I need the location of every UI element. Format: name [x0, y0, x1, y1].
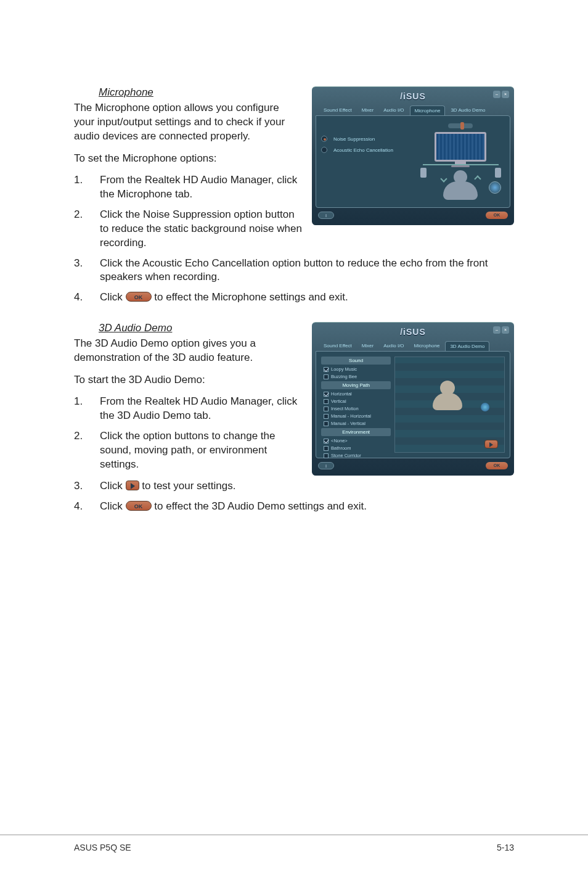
info-button[interactable]: i [318, 212, 334, 219]
demo-panel: /iSUS – × Sound Effect Mixer Audio I/O M… [312, 322, 514, 476]
info-button[interactable]: i [318, 462, 334, 469]
demo-step-4: Click OK to effect the 3D Audio Demo set… [74, 500, 518, 514]
tab-mixer[interactable]: Mixer [357, 105, 378, 115]
path-group-head: Moving Path [321, 381, 391, 389]
close-button[interactable]: × [502, 91, 509, 98]
env-none-chk[interactable] [324, 439, 329, 444]
env-stone-chk[interactable] [324, 453, 329, 458]
path-manh-chk[interactable] [324, 414, 329, 419]
panel-ok-button[interactable]: OK [486, 212, 508, 219]
speaker-left-icon [420, 168, 427, 178]
env-stone-label: Stone Corridor [331, 453, 361, 458]
sound-loopy-label: Loopy Music [331, 366, 357, 372]
demo-step-3: Click to test your settings. [74, 479, 518, 493]
env-group-head: Environment [321, 428, 391, 436]
tab-audio-io[interactable]: Audio I/O [379, 341, 408, 351]
echo-cancel-label: Acoustic Echo Cancellation [333, 147, 393, 153]
mic-step-3: Click the Acoustic Echo Cancellation opt… [74, 257, 518, 285]
close-button[interactable]: × [502, 326, 509, 334]
asus-logo: /iSUS [400, 91, 426, 101]
mic-step-1: From the Realtek HD Audio Manager, click… [74, 173, 302, 202]
tab-3d-audio-demo[interactable]: 3D Audio Demo [446, 105, 489, 115]
panel-ok-button[interactable]: OK [486, 462, 508, 469]
footer-right: 5-13 [497, 843, 514, 852]
mic-intro: The Microphone option allows you configu… [74, 101, 302, 144]
minimize-button[interactable]: – [493, 326, 500, 334]
speaker-right-icon [495, 168, 501, 178]
path-insect-label: Insect Motion [331, 406, 359, 411]
path-horiz-chk[interactable] [324, 392, 329, 397]
demo-3d-canvas [394, 357, 505, 453]
path-horiz-label: Horizontal [331, 391, 352, 397]
noise-suppression-radio[interactable] [321, 136, 327, 142]
mic-panel: /iSUS – × Sound Effect Mixer Audio I/O M… [312, 86, 514, 225]
env-bath-label: Bathroom [331, 445, 351, 451]
sound-source-icon[interactable] [481, 403, 489, 411]
demo-tabbar: Sound Effect Mixer Audio I/O Microphone … [316, 341, 510, 351]
path-insect-chk[interactable] [324, 406, 329, 411]
asus-logo: /iSUS [400, 327, 426, 337]
tab-microphone[interactable]: Microphone [410, 105, 446, 115]
mic-step-2: Click the Noise Suppression option butto… [74, 208, 302, 250]
demo-lead: To start the 3D Audio Demo: [74, 374, 302, 386]
minimize-button[interactable]: – [493, 91, 500, 98]
sound-bee-label: Buzzing Bee [331, 374, 357, 379]
mic-step-4: Click OK to effect the Microphone settin… [74, 291, 518, 305]
tab-microphone[interactable]: Microphone [410, 341, 444, 351]
sound-bee-chk[interactable] [324, 374, 329, 379]
demo-intro: The 3D Audio Demo option gives you a dem… [74, 337, 302, 365]
echo-cancel-radio[interactable] [321, 147, 327, 153]
env-bath-chk[interactable] [324, 446, 329, 451]
avatar-icon [433, 381, 462, 410]
page-footer: ASUS P5Q SE 5-13 [0, 835, 588, 852]
inline-ok-icon: OK [126, 292, 152, 302]
person-icon [442, 170, 479, 200]
sound-group-head: Sound [321, 357, 391, 365]
sound-loopy-chk[interactable] [324, 367, 329, 372]
tab-3d-audio-demo[interactable]: 3D Audio Demo [445, 341, 489, 351]
tab-sound-effect[interactable]: Sound Effect [319, 341, 356, 351]
demo-play-button[interactable] [484, 440, 498, 448]
mic-lead: To set the Microphone options: [74, 152, 302, 165]
demo-step-1: From the Realtek HD Audio Manager, click… [74, 395, 302, 423]
inline-ok-icon: OK [126, 501, 152, 511]
tab-mixer[interactable]: Mixer [357, 341, 378, 351]
env-none-label: <None> [331, 438, 348, 444]
tab-audio-io[interactable]: Audio I/O [379, 105, 408, 115]
demo-step-2: Click the option buttons to change the s… [74, 429, 302, 472]
path-vert-chk[interactable] [324, 399, 329, 404]
inline-play-icon [126, 481, 139, 490]
globe-icon[interactable] [489, 181, 501, 194]
noise-suppression-label: Noise Suppression [333, 136, 375, 142]
path-manv-label: Manual - Vertical [331, 421, 365, 426]
footer-left: ASUS P5Q SE [74, 843, 131, 852]
path-vert-label: Vertical [331, 398, 346, 404]
path-manh-label: Manual - Horizontal [331, 413, 371, 419]
mic-tabbar: Sound Effect Mixer Audio I/O Microphone … [316, 105, 510, 115]
monitor-icon [435, 132, 486, 167]
path-manv-chk[interactable] [324, 421, 329, 426]
mic-diagram [417, 121, 505, 202]
tab-sound-effect[interactable]: Sound Effect [319, 105, 356, 115]
mic-volume-slider[interactable] [448, 123, 473, 128]
